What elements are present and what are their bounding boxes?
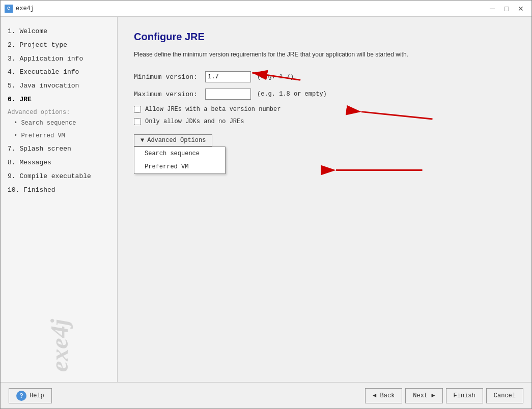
help-icon: ? xyxy=(16,391,26,401)
help-label: Help xyxy=(30,392,44,399)
sidebar-item-compile-executable[interactable]: 9. Compile executable xyxy=(6,170,112,184)
minimize-button[interactable]: ─ xyxy=(486,3,499,14)
sidebar-item-splash-screen[interactable]: 7. Splash screen xyxy=(6,142,112,156)
minimum-version-input[interactable] xyxy=(205,71,251,82)
title-bar-left: e exe4j xyxy=(5,5,34,13)
advanced-options-label: Advanced Options xyxy=(147,137,206,144)
back-button[interactable]: ◄ Back xyxy=(365,388,402,403)
description: Please define the minimum version requir… xyxy=(134,50,515,59)
footer-right: ◄ Back Next ► Finish Cancel xyxy=(365,388,523,403)
sidebar-item-application-info[interactable]: 3. Application info xyxy=(6,52,112,66)
advanced-options-dropdown: Search sequence Preferred VM xyxy=(134,147,226,174)
sidebar-item-java-invocation[interactable]: 5. Java invocation xyxy=(6,79,112,93)
sidebar-item-project-type[interactable]: 2. Project type xyxy=(6,39,112,52)
sidebar-item-executable-info[interactable]: 4. Executable info xyxy=(6,66,112,79)
sidebar-item-jre[interactable]: 6. JRE xyxy=(6,93,112,107)
maximum-version-input[interactable] xyxy=(205,89,251,100)
page-title: Configure JRE xyxy=(134,31,515,43)
sidebar: 1. Welcome 2. Project type 3. Applicatio… xyxy=(1,17,118,382)
minimum-version-row: Minimum version: (e.g. 1.7) xyxy=(134,71,515,82)
sidebar-item-finished[interactable]: 10. Finished xyxy=(6,184,112,197)
title-bar: e exe4j ─ □ ✕ xyxy=(1,1,531,17)
main-window: e exe4j ─ □ ✕ 1. Welcome 2. Project type… xyxy=(0,0,532,409)
maximum-version-hint: (e.g. 1.8 or empty) xyxy=(257,91,327,98)
advanced-options-icon: ▼ xyxy=(141,137,144,144)
help-button[interactable]: ? Help xyxy=(9,388,52,403)
checkbox-beta-row: Allow JREs with a beta version number xyxy=(134,106,515,113)
maximum-version-label: Maximum version: xyxy=(134,91,205,98)
maximum-version-row: Maximum version: (e.g. 1.8 or empty) xyxy=(134,89,515,100)
close-button[interactable]: ✕ xyxy=(514,3,527,14)
dropdown-item-preferred-vm[interactable]: Preferred VM xyxy=(134,160,225,173)
watermark: exe4j xyxy=(45,319,73,372)
checkbox-jdk-row: Only allow JDKs and no JREs xyxy=(134,118,515,125)
finish-button[interactable]: Finish xyxy=(446,388,483,403)
maximize-button[interactable]: □ xyxy=(500,3,513,14)
minimum-version-label: Minimum version: xyxy=(134,73,205,81)
window-title: exe4j xyxy=(16,5,34,12)
main-panel: Configure JRE Please define the minimum … xyxy=(118,17,531,382)
checkbox-jdk[interactable] xyxy=(134,118,141,125)
sidebar-item-welcome[interactable]: 1. Welcome xyxy=(6,25,112,39)
main-container: Configure JRE Please define the minimum … xyxy=(118,17,531,382)
content-area: 1. Welcome 2. Project type 3. Applicatio… xyxy=(1,17,531,382)
footer-left: ? Help xyxy=(9,388,52,403)
title-controls: ─ □ ✕ xyxy=(486,3,527,14)
minimum-version-hint: (e.g. 1.7) xyxy=(257,73,294,80)
checkbox-beta[interactable] xyxy=(134,106,141,113)
sidebar-item-search-sequence[interactable]: • Search sequence xyxy=(6,117,112,130)
sidebar-item-messages[interactable]: 8. Messages xyxy=(6,156,112,170)
next-button[interactable]: Next ► xyxy=(405,388,442,403)
checkbox-jdk-label[interactable]: Only allow JDKs and no JREs xyxy=(145,118,244,125)
footer: ? Help ◄ Back Next ► Finish Cancel xyxy=(1,382,531,408)
cancel-button[interactable]: Cancel xyxy=(486,388,523,403)
dropdown-item-search-sequence[interactable]: Search sequence xyxy=(134,147,225,160)
sidebar-item-preferred-vm[interactable]: • Preferred VM xyxy=(6,130,112,142)
advanced-options-button[interactable]: ▼ Advanced Options xyxy=(134,134,212,147)
sidebar-advanced-label: Advanced options: xyxy=(6,107,112,117)
app-icon: e xyxy=(5,5,13,13)
checkbox-beta-label[interactable]: Allow JREs with a beta version number xyxy=(145,106,281,113)
